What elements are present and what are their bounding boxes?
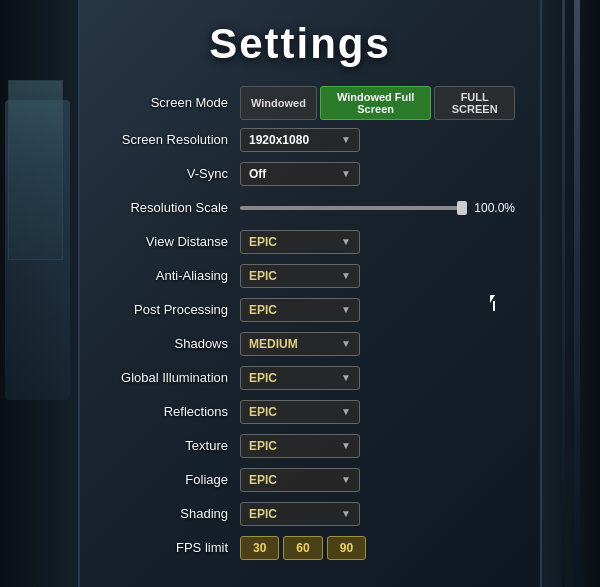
screen-mode-btn[interactable]: FULL SCREEN	[434, 86, 515, 120]
row-label: Foliage	[85, 472, 240, 487]
bg-panel-right	[540, 0, 600, 587]
row-label: Anti-Aliasing	[85, 268, 240, 283]
settings-row: Global IlluminationEPIC▼	[85, 364, 515, 392]
dropdown-value: EPIC	[249, 439, 337, 453]
dropdown[interactable]: EPIC▼	[240, 230, 360, 254]
row-control: EPIC▼	[240, 502, 515, 526]
chevron-down-icon: ▼	[341, 168, 351, 179]
row-control: EPIC▼	[240, 400, 515, 424]
settings-row: Screen Resolution1920x1080▼	[85, 126, 515, 154]
screen-mode-group: WindowedWindowed Full ScreenFULL SCREEN	[240, 86, 515, 120]
dropdown-value: EPIC	[249, 303, 337, 317]
settings-row: Screen ModeWindowedWindowed Full ScreenF…	[85, 86, 515, 120]
dropdown[interactable]: EPIC▼	[240, 434, 360, 458]
page-title: Settings	[85, 20, 515, 68]
settings-rows: Screen ModeWindowedWindowed Full ScreenF…	[85, 86, 515, 562]
slider-value: 100.0%	[474, 201, 515, 215]
settings-row: TextureEPIC▼	[85, 432, 515, 460]
row-label: Post Processing	[85, 302, 240, 317]
fps-btn[interactable]: 90	[327, 536, 366, 560]
row-control: EPIC▼	[240, 434, 515, 458]
row-label: FPS limit	[85, 540, 240, 555]
dropdown-value: EPIC	[249, 269, 337, 283]
row-label: Texture	[85, 438, 240, 453]
bg-left-scene	[5, 100, 70, 400]
row-label: Screen Mode	[85, 95, 240, 110]
dropdown[interactable]: EPIC▼	[240, 264, 360, 288]
row-control: 1920x1080▼	[240, 128, 515, 152]
row-label: Reflections	[85, 404, 240, 419]
dropdown[interactable]: EPIC▼	[240, 400, 360, 424]
row-label: Screen Resolution	[85, 132, 240, 147]
dropdown-value: 1920x1080	[249, 133, 337, 147]
slider-track[interactable]	[240, 206, 466, 210]
row-control: EPIC▼	[240, 264, 515, 288]
row-control: EPIC▼	[240, 366, 515, 390]
settings-row: View DistanseEPIC▼	[85, 228, 515, 256]
dropdown-value: EPIC	[249, 405, 337, 419]
fps-group: 306090	[240, 536, 366, 560]
row-label: V-Sync	[85, 166, 240, 181]
chevron-down-icon: ▼	[341, 474, 351, 485]
chevron-down-icon: ▼	[341, 236, 351, 247]
row-control: EPIC▼	[240, 298, 515, 322]
bg-vertical-bar	[574, 0, 580, 587]
settings-row: Resolution Scale100.0%	[85, 194, 515, 222]
chevron-down-icon: ▼	[341, 304, 351, 315]
settings-row: FPS limit306090	[85, 534, 515, 562]
row-label: Shading	[85, 506, 240, 521]
dropdown[interactable]: 1920x1080▼	[240, 128, 360, 152]
chevron-down-icon: ▼	[341, 508, 351, 519]
fps-btn[interactable]: 30	[240, 536, 279, 560]
row-label: Resolution Scale	[85, 200, 240, 215]
dropdown[interactable]: EPIC▼	[240, 468, 360, 492]
row-control: 100.0%	[240, 201, 515, 215]
row-label: Shadows	[85, 336, 240, 351]
chevron-down-icon: ▼	[341, 372, 351, 383]
settings-row: ShadingEPIC▼	[85, 500, 515, 528]
settings-panel: Settings Screen ModeWindowedWindowed Ful…	[85, 20, 515, 568]
row-label: View Distanse	[85, 234, 240, 249]
dropdown[interactable]: EPIC▼	[240, 298, 360, 322]
chevron-down-icon: ▼	[341, 270, 351, 281]
row-control: Off▼	[240, 162, 515, 186]
dropdown-value: EPIC	[249, 371, 337, 385]
dropdown-value: Off	[249, 167, 337, 181]
slider-thumb[interactable]	[457, 201, 467, 215]
row-control: EPIC▼	[240, 468, 515, 492]
settings-row: FoliageEPIC▼	[85, 466, 515, 494]
row-control: EPIC▼	[240, 230, 515, 254]
dropdown-value: EPIC	[249, 507, 337, 521]
chevron-down-icon: ▼	[341, 134, 351, 145]
slider-container: 100.0%	[240, 201, 515, 215]
settings-row: ReflectionsEPIC▼	[85, 398, 515, 426]
row-label: Global Illumination	[85, 370, 240, 385]
chevron-down-icon: ▼	[341, 440, 351, 451]
settings-row: Anti-AliasingEPIC▼	[85, 262, 515, 290]
screen-mode-btn[interactable]: Windowed Full Screen	[320, 86, 431, 120]
fps-btn[interactable]: 60	[283, 536, 322, 560]
dropdown-value: EPIC	[249, 473, 337, 487]
row-control: 306090	[240, 536, 515, 560]
row-control: MEDIUM▼	[240, 332, 515, 356]
dropdown-value: MEDIUM	[249, 337, 337, 351]
chevron-down-icon: ▼	[341, 406, 351, 417]
dropdown[interactable]: Off▼	[240, 162, 360, 186]
chevron-down-icon: ▼	[341, 338, 351, 349]
slider-fill	[240, 206, 466, 210]
dropdown-value: EPIC	[249, 235, 337, 249]
dropdown[interactable]: EPIC▼	[240, 502, 360, 526]
screen-mode-btn[interactable]: Windowed	[240, 86, 317, 120]
dropdown[interactable]: MEDIUM▼	[240, 332, 360, 356]
settings-row: V-SyncOff▼	[85, 160, 515, 188]
row-control: WindowedWindowed Full ScreenFULL SCREEN	[240, 86, 515, 120]
dropdown[interactable]: EPIC▼	[240, 366, 360, 390]
settings-row: Post ProcessingEPIC▼	[85, 296, 515, 324]
settings-row: ShadowsMEDIUM▼	[85, 330, 515, 358]
bg-vertical-bar2	[562, 0, 565, 587]
